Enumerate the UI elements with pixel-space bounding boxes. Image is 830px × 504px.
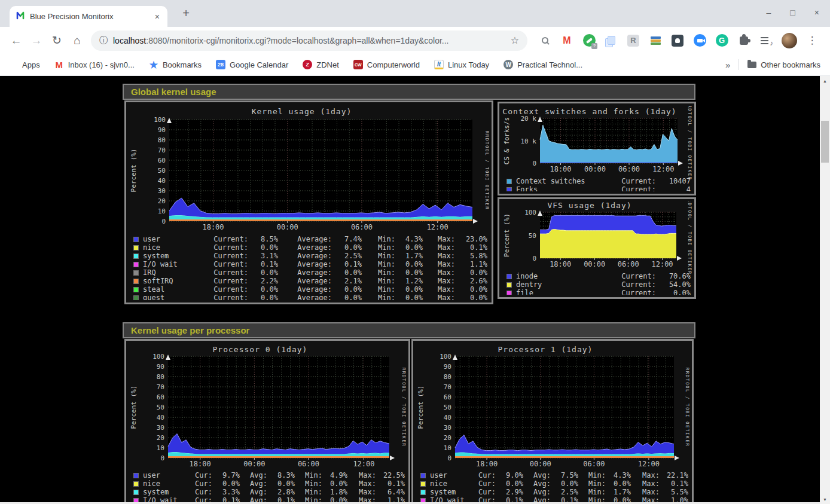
scrollbar-up-icon[interactable]: ▲	[820, 76, 830, 85]
wordpress-icon: W	[504, 60, 513, 69]
page-scrollbar[interactable]: ▲ ▼	[820, 76, 830, 504]
svg-text:00:00: 00:00	[584, 165, 606, 173]
new-tab-button[interactable]: +	[178, 7, 194, 20]
bookmark-star-icon[interactable]: ☆	[511, 35, 519, 46]
svg-text:06:00: 06:00	[583, 460, 605, 468]
apps-grid-icon	[10, 60, 18, 69]
playlist-extension-icon[interactable]: ♪	[759, 34, 773, 47]
phone-extension-icon[interactable]: ?	[582, 34, 596, 47]
address-bar[interactable]: ⓘ localhost:8080/monitorix-cgi/monitorix…	[91, 30, 527, 51]
copy-pages-extension-icon[interactable]	[605, 34, 618, 47]
browser-menu-icon[interactable]: ⋮	[806, 34, 818, 47]
svg-text:12:00: 12:00	[427, 223, 448, 231]
linux-today-icon: lt	[434, 60, 444, 69]
maximize-button[interactable]: □	[790, 8, 795, 17]
svg-text:30: 30	[158, 187, 166, 195]
svg-text:18:00: 18:00	[476, 460, 498, 468]
graph-vfs-usage[interactable]: VFS usage (1day)05010018:0000:0006:0012:…	[502, 201, 692, 295]
toolbar: ← → ↻ ⌂ ⓘ localhost:8080/monitorix-cgi/m…	[0, 27, 830, 54]
zoom-extension-icon[interactable]	[693, 34, 706, 47]
bookmark-inbox[interactable]: M Inbox (16) - sjvn0...	[54, 60, 135, 69]
svg-text:0: 0	[160, 454, 164, 462]
search-extension-icon[interactable]	[538, 34, 551, 47]
svg-text:06:00: 06:00	[618, 260, 639, 268]
svg-text:Percent (%): Percent (%)	[130, 149, 138, 193]
back-icon[interactable]: ←	[6, 34, 26, 47]
bookmark-bookmarks[interactable]: ★ Bookmarks	[149, 60, 202, 69]
svg-text:12:00: 12:00	[638, 460, 660, 468]
other-bookmarks[interactable]: Other bookmarks	[747, 60, 820, 69]
graph-processor-0[interactable]: Processor 0 (1day)0102030405060708090100…	[129, 343, 406, 504]
profile-avatar[interactable]	[782, 33, 797, 48]
svg-text:0: 0	[447, 454, 451, 462]
scrollbar-down-icon[interactable]: ▼	[820, 494, 830, 504]
svg-text:20: 20	[157, 434, 164, 442]
bookmark-linux-today[interactable]: lt Linux Today	[434, 60, 489, 69]
forward-icon[interactable]: →	[26, 34, 47, 47]
bookmark-google-calendar[interactable]: 28 Google Calendar	[216, 60, 288, 69]
svg-text:50: 50	[157, 404, 164, 411]
home-icon[interactable]: ⌂	[67, 34, 87, 47]
svg-text:18:00: 18:00	[550, 165, 571, 173]
svg-text:40: 40	[157, 414, 164, 421]
svg-text:Percent (%): Percent (%)	[417, 386, 425, 429]
extensions-row: M ? R G ♪ ⋮	[538, 33, 818, 48]
svg-text:06:00: 06:00	[351, 223, 373, 231]
svg-text:00:00: 00:00	[277, 223, 298, 231]
scrollbar-thumb[interactable]	[821, 121, 829, 163]
graph-legend: userCur:9.0%Avg:7.5%Min:4.3%Max:22.1%nic…	[420, 471, 688, 504]
svg-text:30: 30	[157, 424, 164, 432]
svg-text:40: 40	[158, 177, 166, 185]
tab-close-icon[interactable]: ×	[153, 12, 161, 22]
svg-text:CS & forks/s: CS & forks/s	[503, 117, 511, 164]
svg-text:90: 90	[157, 363, 164, 371]
site-info-icon[interactable]: ⓘ	[99, 35, 108, 46]
section-header-global-kernel-usage: Global kernel usage	[123, 84, 695, 100]
svg-text:100: 100	[152, 353, 164, 361]
titlebar: Blue Precision Monitorix × + – □ ×	[0, 0, 830, 27]
svg-text:00:00: 00:00	[243, 460, 265, 468]
star-icon: ★	[149, 60, 158, 69]
reload-icon[interactable]: ↻	[47, 33, 67, 47]
graph-context-switches[interactable]: Context switches and forks (1day)010 k20…	[502, 106, 692, 191]
bookmark-apps[interactable]: Apps	[10, 60, 40, 69]
bookmark-practical-technology[interactable]: W Practical Technol...	[504, 60, 582, 69]
svg-text:0: 0	[532, 160, 536, 167]
extensions-puzzle-icon[interactable]	[737, 34, 750, 47]
svg-text:Processor 0 (1day): Processor 0 (1day)	[213, 345, 308, 354]
svg-text:18:00: 18:00	[550, 260, 571, 268]
svg-text:50: 50	[444, 404, 451, 411]
lamp-extension-icon[interactable]	[671, 34, 684, 47]
close-button[interactable]: ×	[814, 8, 819, 17]
svg-text:60: 60	[158, 157, 166, 164]
svg-text:00:00: 00:00	[584, 260, 605, 268]
browser-tab[interactable]: Blue Precision Monitorix ×	[10, 6, 167, 27]
graph-legend: userCur:9.7%Avg:8.3%Min:4.9%Max:22.5%nic…	[133, 471, 405, 504]
phone-badge: ?	[591, 43, 597, 49]
bookmark-computerworld[interactable]: CW Computerworld	[353, 60, 420, 69]
svg-text:20: 20	[158, 197, 166, 205]
bookmark-zdnet[interactable]: Z ZDNet	[303, 60, 339, 69]
zdnet-icon: Z	[303, 60, 312, 69]
minimize-button[interactable]: –	[767, 8, 771, 17]
url-text[interactable]: localhost:8080/monitorix-cgi/monitorix.c…	[113, 36, 505, 45]
svg-text:60: 60	[444, 393, 451, 401]
grammarly-extension-icon[interactable]: G	[715, 34, 728, 47]
browser-window: Blue Precision Monitorix × + – □ × ← → ↻…	[0, 0, 830, 504]
svg-text:18:00: 18:00	[202, 223, 224, 231]
svg-text:50: 50	[529, 232, 536, 240]
gmail-extension-icon[interactable]: M	[560, 34, 573, 47]
graph-legend: inodeCurrent:70.6%dentryCurrent:54.0%fil…	[506, 272, 691, 295]
bookmarks-overflow-icon[interactable]: »	[725, 60, 730, 70]
svg-text:RRDTOOL / TOBI OETIKER: RRDTOOL / TOBI OETIKER	[687, 201, 692, 275]
svg-text:Processor 1 (1day): Processor 1 (1day)	[498, 345, 593, 354]
svg-text:70: 70	[158, 146, 166, 154]
svg-text:80: 80	[158, 136, 166, 144]
svg-text:Percent (%): Percent (%)	[130, 386, 138, 429]
graph-kernel-usage[interactable]: Kernel usage (1day)010203040506070809010…	[129, 105, 489, 300]
svg-text:40: 40	[444, 414, 451, 421]
books-extension-icon[interactable]	[649, 34, 662, 47]
svg-text:12:00: 12:00	[651, 260, 673, 268]
rescuetime-extension-icon[interactable]: R	[627, 34, 640, 47]
graph-processor-1[interactable]: Processor 1 (1day)0102030405060708090100…	[416, 343, 689, 504]
